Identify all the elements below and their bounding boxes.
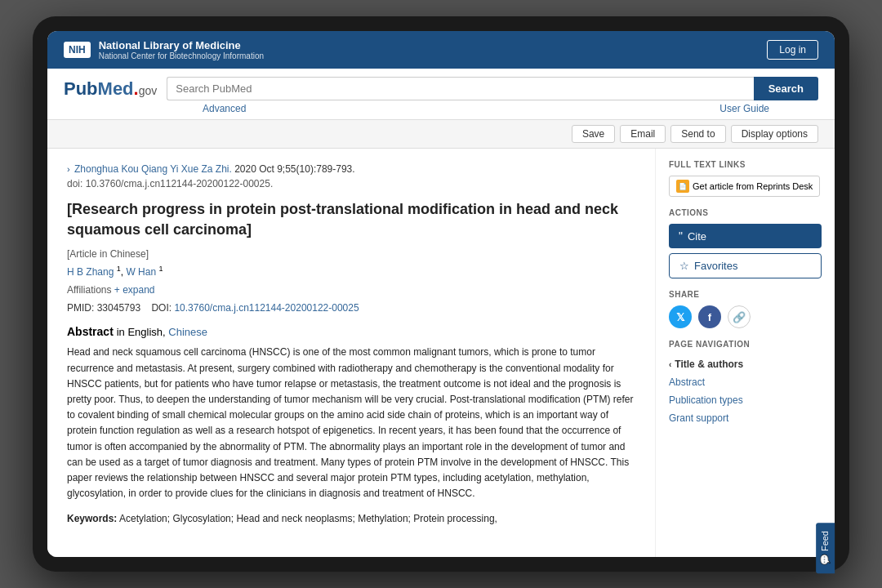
nih-line1: National Library of Medicine xyxy=(99,39,264,51)
page-navigation-section: PAGE NAVIGATION ‹ Title & authors Abstra… xyxy=(669,340,822,427)
email-button[interactable]: Email xyxy=(620,125,666,143)
link-share-icon[interactable]: 🔗 xyxy=(728,305,751,328)
author2-link[interactable]: W Han xyxy=(126,266,158,278)
favorites-button[interactable]: ☆ Favorites xyxy=(669,253,822,278)
cite-button[interactable]: " Cite xyxy=(669,224,822,248)
author2-sup: 1 xyxy=(158,265,163,273)
actions-title: ACTIONS xyxy=(669,208,822,217)
keywords-label: Keywords: xyxy=(67,513,117,524)
favorites-label: Favorites xyxy=(694,260,737,272)
keywords-line: Keywords: Acetylation; Glycosylation; He… xyxy=(67,511,635,526)
login-button[interactable]: Log in xyxy=(767,40,818,60)
advanced-link[interactable]: Advanced xyxy=(203,103,246,114)
star-icon: ☆ xyxy=(679,260,689,272)
author1-name: H B Zhang xyxy=(67,266,114,278)
share-title: SHARE xyxy=(669,290,822,299)
author1-sup: 1 xyxy=(117,265,121,273)
chevron-right-icon: › xyxy=(67,164,70,174)
share-section: SHARE 𝕏 f 🔗 xyxy=(669,290,822,328)
nav-item-label-2: Publication types xyxy=(669,394,743,406)
doi-label2: DOI: xyxy=(151,302,172,314)
display-options-button[interactable]: Display options xyxy=(731,125,818,143)
author1-link[interactable]: H B Zhang xyxy=(67,266,117,278)
nih-badge: NIH xyxy=(64,42,91,58)
nih-logo-area: NIH National Library of Medicine Nationa… xyxy=(64,39,264,60)
twitter-share-icon[interactable]: 𝕏 xyxy=(669,305,692,328)
share-icons: 𝕏 f 🔗 xyxy=(669,305,822,328)
actions-section: ACTIONS " Cite ☆ Favorites xyxy=(669,208,822,278)
nav-grant-support[interactable]: Grant support xyxy=(669,409,822,427)
logo-gov: gov xyxy=(139,84,158,97)
authors: H B Zhang 1, W Han 1 xyxy=(67,265,635,278)
main-content: › Zhonghua Kou Qiang Yi Xue Za Zhi. 2020… xyxy=(47,149,835,557)
cite-label: Cite xyxy=(688,230,706,243)
nav-item-label-3: Grant support xyxy=(669,412,728,424)
save-button[interactable]: Save xyxy=(572,125,615,143)
search-button[interactable]: Search xyxy=(754,77,818,100)
header-links: Advanced User Guide xyxy=(64,103,818,114)
search-input[interactable] xyxy=(167,77,753,100)
abstract-lang-link[interactable]: Chinese xyxy=(168,326,207,338)
nav-abstract[interactable]: Abstract xyxy=(669,373,822,391)
logo-med: Med xyxy=(98,78,134,99)
pmid-line: PMID: 33045793 DOI: 10.3760/cma.j.cn1121… xyxy=(67,302,635,314)
feedback-label: 💬 Feed xyxy=(820,531,830,557)
pmid-value: 33045793 xyxy=(97,302,140,314)
reprints-desk-label: Get article from Reprints Desk xyxy=(693,181,813,191)
nav-item-label-0: Title & authors xyxy=(675,359,743,370)
user-guide-link[interactable]: User Guide xyxy=(719,103,769,114)
pmid-label: PMID: xyxy=(67,302,94,314)
logo-pub: Pub xyxy=(64,78,98,99)
journal-name: Zhonghua Kou Qiang Yi Xue Za Zhi. xyxy=(74,163,232,175)
search-form: Search xyxy=(167,77,818,100)
abstract-text: Head and neck squamous cell carcinoma (H… xyxy=(67,345,635,501)
doi-line: doi: 10.3760/cma.j.cn112144-20200122-000… xyxy=(67,178,635,189)
journal-line: › Zhonghua Kou Qiang Yi Xue Za Zhi. 2020… xyxy=(67,163,635,175)
pubmed-header-row: PubMed.gov Search xyxy=(64,77,818,100)
facebook-share-icon[interactable]: f xyxy=(698,305,721,328)
nih-line2: National Center for Biotechnology Inform… xyxy=(99,51,264,60)
cite-quote-icon: " xyxy=(679,229,683,243)
pubmed-header: PubMed.gov Search Advanced User Guide xyxy=(47,69,835,120)
reprints-desk-button[interactable]: 📄 Get article from Reprints Desk xyxy=(669,176,820,197)
abstract-heading: Abstract in English, Chinese xyxy=(67,325,635,338)
toolbar: Save Email Send to Display options xyxy=(47,120,835,149)
article-note: [Article in Chinese] xyxy=(67,248,635,260)
page-nav-title: PAGE NAVIGATION xyxy=(669,340,822,349)
nih-header: NIH National Library of Medicine Nationa… xyxy=(47,31,835,69)
nav-item-label-1: Abstract xyxy=(669,376,705,388)
reprints-icon: 📄 xyxy=(676,180,689,193)
journal-link[interactable]: Zhonghua Kou Qiang Yi Xue Za Zhi. xyxy=(74,163,234,175)
doi-value: 10.3760/cma.j.cn112144-20200122-00025. xyxy=(86,178,274,189)
tablet-frame: NIH National Library of Medicine Nationa… xyxy=(33,16,849,572)
nav-chevron-icon: ‹ xyxy=(669,360,671,369)
article-area: › Zhonghua Kou Qiang Yi Xue Za Zhi. 2020… xyxy=(47,149,655,557)
journal-info: 2020 Oct 9;55(10):789-793. xyxy=(234,163,354,175)
affiliations-line: Affiliations + expand xyxy=(67,284,635,296)
nav-publication-types[interactable]: Publication types xyxy=(669,391,822,409)
tablet-screen: NIH National Library of Medicine Nationa… xyxy=(47,31,835,557)
doi-link2[interactable]: 10.3760/cma.j.cn112144-20200122-00025 xyxy=(174,302,359,314)
expand-link[interactable]: + expand xyxy=(114,284,155,296)
keywords-values: Acetylation; Glycosylation; Head and nec… xyxy=(119,513,497,524)
doi-label: doi: xyxy=(67,178,82,189)
full-text-links-title: FULL TEXT LINKS xyxy=(669,160,822,169)
feedback-tab[interactable]: 💬 Feed xyxy=(816,523,835,557)
nav-title-authors[interactable]: ‹ Title & authors xyxy=(669,355,822,373)
author2-name: W Han xyxy=(126,266,156,278)
pubmed-logo: PubMed.gov xyxy=(64,78,157,100)
sidebar: FULL TEXT LINKS 📄 Get article from Repri… xyxy=(655,149,835,557)
send-to-button[interactable]: Send to xyxy=(670,125,725,143)
affiliations-label: Affiliations xyxy=(67,284,111,296)
article-title: [Research progress in protein post-trans… xyxy=(67,199,635,240)
nih-text: National Library of Medicine National Ce… xyxy=(99,39,264,60)
